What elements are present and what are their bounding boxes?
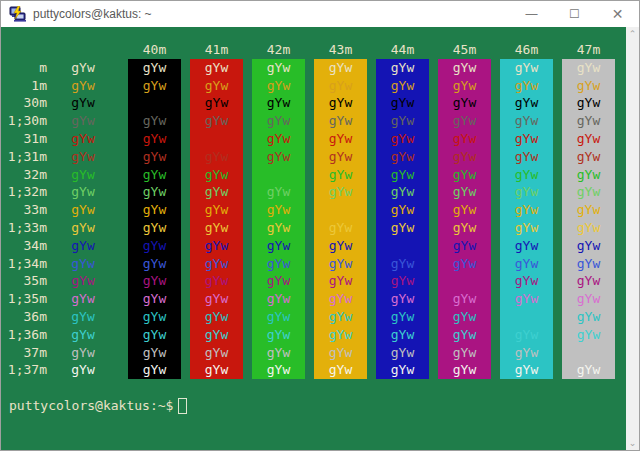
terminal-cell: gYw <box>128 219 181 237</box>
terminal-cell: gYw <box>562 130 615 148</box>
terminal-cell: gYw <box>500 148 553 166</box>
column-header: 45m <box>438 41 491 59</box>
terminal-cell: gYw <box>500 237 553 255</box>
terminal-cell-plain: gYw <box>47 272 119 290</box>
row-label: 30m <box>1 94 47 112</box>
terminal-cell: gYw <box>438 94 491 112</box>
title-bar: puttycolors@kaktus: ~ — ☐ ✕ <box>1 1 639 27</box>
terminal-cell: gYw <box>438 237 491 255</box>
terminal-cell: gYw <box>438 77 491 95</box>
terminal-cell: gYw <box>500 344 553 362</box>
terminal-cell: gYw <box>314 77 367 95</box>
terminal-cell-plain: gYw <box>47 255 119 273</box>
row-label: 34m <box>1 237 47 255</box>
terminal-cell: gYw <box>438 201 491 219</box>
terminal-cell: gYw <box>376 148 429 166</box>
window-controls: — ☐ ✕ <box>510 1 639 27</box>
terminal-cell: gYw <box>190 94 243 112</box>
terminal-cell: gYw <box>500 361 553 379</box>
row-label: 1;33m <box>1 219 47 237</box>
terminal-cell: gYw <box>438 130 491 148</box>
terminal-cell-plain: gYw <box>47 201 119 219</box>
terminal-cell: gYw <box>190 308 243 326</box>
terminal-cell: gYw <box>252 326 305 344</box>
row-label: 35m <box>1 272 47 290</box>
terminal-cell: gYw <box>190 112 243 130</box>
terminal-cell: gYw <box>128 201 181 219</box>
maximize-button[interactable]: ☐ <box>553 1 596 27</box>
header-row: 40m41m42m43m44m45m46m47m <box>1 41 626 59</box>
putty-window: puttycolors@kaktus: ~ — ☐ ✕ 40m41m42m43m… <box>0 0 640 451</box>
terminal-cell: gYw <box>252 290 305 308</box>
table-row: 1;37mgYwgYwgYwgYwgYwgYwgYwgYwgYw <box>1 361 626 379</box>
terminal-cell: gYw <box>438 183 491 201</box>
terminal-cell: gYw <box>500 130 553 148</box>
table-row: 1;31mgYwgYwgYwgYwgYwgYwgYwgYwgYw <box>1 148 626 166</box>
row-label: 1;36m <box>1 326 47 344</box>
terminal-cell: gYw <box>252 77 305 95</box>
terminal-cell: gYw <box>562 255 615 273</box>
terminal-cell: gYw <box>252 237 305 255</box>
terminal-cell: gYw <box>190 326 243 344</box>
terminal-cell: gYw <box>314 326 367 344</box>
terminal-cell: gYw <box>128 77 181 95</box>
terminal-cell: gYw <box>314 361 367 379</box>
terminal-cell: gYw <box>190 166 243 184</box>
terminal-cell: gYw <box>500 290 553 308</box>
terminal-cell: gYw <box>128 272 181 290</box>
scroll-up-icon[interactable]: ⌃ <box>626 27 639 41</box>
table-row: 1;32mgYwgYwgYwgYwgYwgYwgYwgYwgYw <box>1 183 626 201</box>
terminal-cell: gYw <box>376 77 429 95</box>
terminal-cell: gYw <box>562 112 615 130</box>
minimize-button[interactable]: — <box>510 1 553 27</box>
terminal-cell: gYw <box>562 166 615 184</box>
terminal-cell: gYw <box>314 272 367 290</box>
close-button[interactable]: ✕ <box>596 1 639 27</box>
terminal-cell: gYw <box>562 148 615 166</box>
terminal-cell-plain: gYw <box>47 112 119 130</box>
terminal-cell-plain: gYw <box>47 326 119 344</box>
terminal-cell: gYw <box>190 59 243 77</box>
terminal-cell: gYw <box>314 148 367 166</box>
terminal-cell: gYw <box>128 290 181 308</box>
row-label: 31m <box>1 130 47 148</box>
terminal-cell: gYw <box>376 344 429 362</box>
terminal-area[interactable]: 40m41m42m43m44m45m46m47mmgYwgYwgYwgYwgYw… <box>1 27 639 450</box>
terminal-cell: gYw <box>314 94 367 112</box>
column-header: 44m <box>376 41 429 59</box>
terminal-cell: gYw <box>438 59 491 77</box>
scroll-down-icon[interactable]: ⌄ <box>626 436 639 450</box>
row-label: 1;32m <box>1 183 47 201</box>
scrollbar[interactable]: ⌃ ⌄ <box>626 27 639 450</box>
terminal-cell: gYw <box>438 344 491 362</box>
terminal-cell: gYw <box>128 308 181 326</box>
table-row: 1mgYwgYwgYwgYwgYwgYwgYwgYwgYw <box>1 77 626 95</box>
terminal-cell: gYw <box>562 201 615 219</box>
terminal-cell: gYw <box>128 344 181 362</box>
column-header: 40m <box>128 41 181 59</box>
terminal-cell: gYw <box>128 237 181 255</box>
terminal-cell: gYw <box>252 201 305 219</box>
terminal-cell: gYw <box>252 94 305 112</box>
terminal-cell: gYw <box>314 290 367 308</box>
terminal-cell: gYw <box>438 166 491 184</box>
terminal-cell: gYw <box>128 255 181 273</box>
row-label: 32m <box>1 166 47 184</box>
terminal-cell: gYw <box>376 219 429 237</box>
terminal-cell: gYw <box>500 219 553 237</box>
terminal-cell: gYw <box>128 59 181 77</box>
table-row: 33mgYwgYwgYwgYwgYwgYwgYwgYwgYw <box>1 201 626 219</box>
row-label: 37m <box>1 344 47 362</box>
row-label: 1m <box>1 77 47 95</box>
terminal-cell: gYw <box>500 272 553 290</box>
terminal-cell: gYw <box>438 361 491 379</box>
putty-icon <box>9 6 27 22</box>
terminal-cell: gYw <box>252 219 305 237</box>
header-spacer <box>1 41 47 59</box>
column-header: 41m <box>190 41 243 59</box>
terminal-cell-plain: gYw <box>47 130 119 148</box>
row-label: 1;35m <box>1 290 47 308</box>
column-header: 47m <box>562 41 615 59</box>
terminal-cell: gYw <box>562 308 615 326</box>
terminal-cell: gYw <box>190 361 243 379</box>
